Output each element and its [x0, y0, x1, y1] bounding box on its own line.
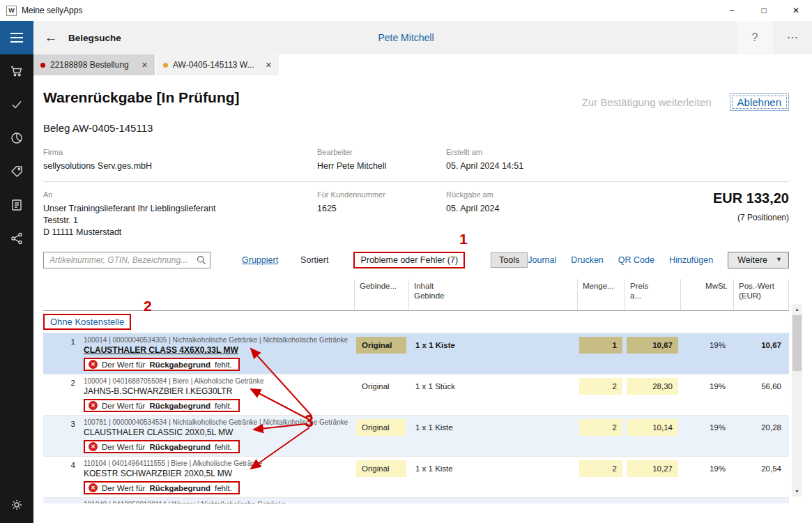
error-badge: ✕Der Wert für Rückgabegrund fehlt.	[84, 440, 240, 453]
row-number: 4	[43, 461, 75, 469]
total-amount: EUR 133,20	[713, 190, 789, 206]
col-pos-wert[interactable]: Pos.-Wert(EUR)	[733, 279, 789, 311]
search-input[interactable]	[43, 252, 210, 268]
app-icon: W	[6, 6, 17, 16]
close-button[interactable]: ✕	[780, 0, 812, 21]
reject-button[interactable]: Ablehnen	[730, 93, 789, 111]
mwst-cell: 19%	[680, 377, 733, 412]
table-row[interactable]: 2 100004 | 04016887055084 | Biere | Alko…	[43, 374, 789, 416]
preis-cell[interactable]: 28,30	[625, 377, 680, 412]
document-header: Warenrückgabe [In Prüfung] Zur Bestätigu…	[43, 89, 789, 111]
article-name: CLAUSTHALER CLASSIC 20X0,5L MW	[84, 427, 348, 437]
window-controls: – □ ✕	[716, 0, 812, 21]
hamburger-menu-icon[interactable]	[0, 21, 33, 54]
list-toolbar: Gruppiert Sortiert Probleme oder Fehler …	[43, 251, 789, 269]
col-mwst[interactable]: MwSt.	[680, 279, 733, 311]
field-label: Für Kundennummer	[317, 190, 446, 199]
catalog-icon[interactable]	[0, 188, 33, 222]
inhalt-cell[interactable]: 1 x 1 Kiste	[408, 335, 577, 371]
table-row[interactable]: 101049 | 04100590100114 | Wasser | Nicht…	[43, 498, 789, 503]
field-rueckgabe-am: Rückgabe am 05. April 2024	[446, 182, 713, 238]
error-text-bold: Rückgabegrund	[149, 484, 210, 492]
field-an: An Unser Trainingslieferant Ihr Liebling…	[43, 182, 317, 238]
preis-cell[interactable]: 10,67	[625, 335, 680, 371]
price-tag-icon[interactable]	[0, 155, 33, 188]
article-info: 100781 | 00000040534534 | Nichtalkoholis…	[84, 418, 348, 426]
gebinde-cell[interactable]: Original	[354, 377, 408, 412]
preis-cell[interactable]: 10,27	[625, 459, 680, 494]
menge-cell[interactable]: 2	[577, 418, 625, 453]
document-number: Beleg AW-0405-145113	[43, 122, 789, 134]
more-options-button[interactable]: …	[773, 21, 812, 54]
sortiert-toggle[interactable]: Sortiert	[300, 255, 328, 265]
toolbar-right: Journal Drucken QR Code Hinzufügen Weite…	[528, 252, 789, 268]
tab-close-icon[interactable]: ✕	[266, 61, 272, 70]
pie-chart-icon[interactable]	[0, 121, 33, 155]
preis-cell[interactable]: 10,14	[625, 418, 680, 453]
col-menge[interactable]: Menge...	[577, 279, 625, 311]
gruppiert-toggle[interactable]: Gruppiert	[242, 255, 278, 265]
drucken-link[interactable]: Drucken	[571, 255, 604, 265]
table-row[interactable]: 3 100781 | 00000040534534 | Nichtalkohol…	[43, 416, 789, 457]
maximize-button[interactable]: □	[748, 0, 780, 21]
help-button[interactable]: ?	[737, 21, 773, 54]
row-number: 3	[43, 420, 75, 428]
inhalt-cell[interactable]: 1 x 1 Stück	[408, 377, 577, 412]
tab-warenrueckgabe[interactable]: AW-0405-145113 W... ✕	[156, 54, 279, 75]
inhalt-cell[interactable]: 1 x 1 Kiste	[408, 459, 577, 494]
an-line1: Unser Trainingslieferant Ihr Lieblingsli…	[43, 203, 317, 215]
gebinde-cell[interactable]: Original	[354, 459, 408, 494]
settings-gear-icon[interactable]	[0, 488, 33, 522]
mwst-cell: 19%	[680, 335, 733, 371]
tab-status-dot	[163, 63, 168, 68]
an-line3: D 11111 Musterstadt	[43, 227, 317, 238]
inhalt-cell[interactable]: 1 x 1 Kiste	[408, 418, 577, 453]
back-button[interactable]: ←	[39, 30, 63, 45]
checkmark-icon[interactable]	[0, 88, 33, 121]
col-gebinde[interactable]: Gebinde...	[354, 279, 408, 311]
error-text-bold: Rückgabegrund	[149, 402, 210, 410]
field-value: 05. April 2024 14:51	[446, 160, 713, 172]
user-name[interactable]: Pete Mitchell	[378, 32, 434, 43]
tab-bestellung[interactable]: 22188898 Bestellung ✕	[33, 54, 155, 75]
gebinde-cell[interactable]: Original	[354, 335, 408, 371]
table-row[interactable]: 4 110104 | 04014964111555 | Biere | Alko…	[43, 457, 789, 498]
menge-cell[interactable]: 2	[577, 377, 625, 412]
error-badge: ✕Der Wert für Rückgabegrund fehlt.	[84, 358, 240, 371]
scroll-up-icon[interactable]: ▲	[792, 304, 802, 314]
error-badge: ✕Der Wert für Rückgabegrund fehlt.	[84, 399, 240, 412]
menge-cell[interactable]: 2	[577, 459, 625, 494]
menge-cell[interactable]: 1	[577, 335, 625, 371]
error-text: Der Wert für	[102, 361, 145, 369]
tools-button[interactable]: Tools	[491, 252, 528, 268]
hinzufuegen-link[interactable]: Hinzufügen	[669, 255, 713, 265]
minimize-button[interactable]: –	[716, 0, 748, 21]
forward-button[interactable]: Zur Bestätigung weiterleiten	[582, 96, 712, 108]
table-row[interactable]: 1 100014 | 00000040534305 | Nichtalkohol…	[43, 333, 789, 374]
sidebar	[0, 54, 33, 523]
col-inhalt-gebinde[interactable]: InhaltGebinde	[408, 279, 577, 311]
vertical-scrollbar[interactable]: ▲ ▼	[792, 304, 802, 497]
error-text: fehlt.	[215, 402, 232, 410]
article-info: 100004 | 04016887055084 | Biere | Alkoho…	[84, 377, 348, 385]
tab-bar: 22188898 Bestellung ✕ AW-0405-145113 W..…	[33, 54, 812, 75]
gebinde-cell[interactable]: Original	[354, 418, 408, 453]
probleme-fehler-filter[interactable]: Probleme oder Fehler (7)	[353, 252, 465, 268]
table-header: Gebinde... InhaltGebinde Menge... Preisa…	[43, 279, 789, 312]
article-cell: 2 100004 | 04016887055084 | Biere | Alko…	[43, 377, 354, 412]
error-badge: ✕Der Wert für Rückgabegrund fehlt.	[84, 481, 240, 494]
field-value: 05. April 2024	[446, 203, 713, 215]
row-number: 2	[43, 379, 75, 387]
journal-link[interactable]: Journal	[528, 255, 556, 265]
weitere-dropdown[interactable]: Weitere▼	[728, 252, 789, 268]
group-label-ohne-kostenstelle[interactable]: Ohne Kostenstelle	[43, 314, 131, 330]
article-cell: 101049 | 04100590100114 | Wasser | Nicht…	[43, 500, 354, 503]
scrollbar-thumb[interactable]	[792, 315, 802, 371]
qr-code-link[interactable]: QR Code	[618, 255, 654, 265]
network-share-icon[interactable]	[0, 222, 33, 255]
scroll-down-icon[interactable]: ▼	[792, 486, 802, 497]
field-label: Firma	[43, 148, 317, 156]
tab-close-icon[interactable]: ✕	[141, 61, 148, 70]
col-preis[interactable]: Preisa...	[625, 279, 680, 311]
cart-icon[interactable]	[0, 54, 33, 88]
